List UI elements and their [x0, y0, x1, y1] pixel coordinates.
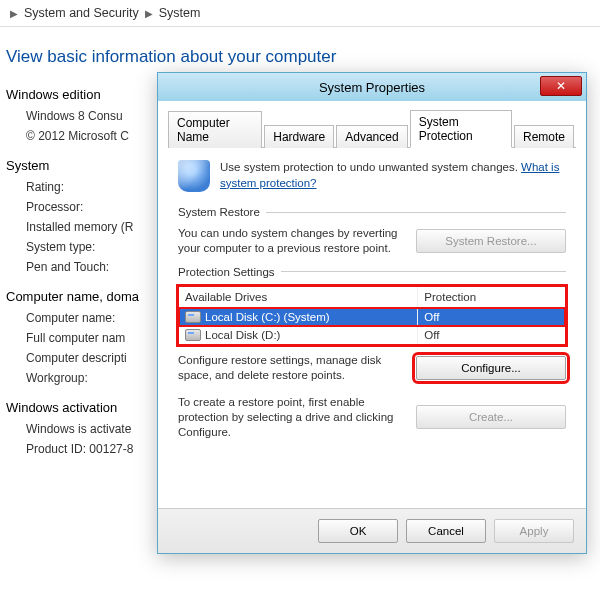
page-title: View basic information about your comput… — [6, 47, 594, 67]
tab-bar: Computer Name Hardware Advanced System P… — [168, 109, 576, 148]
tab-computer-name[interactable]: Computer Name — [168, 111, 262, 148]
drives-list[interactable]: Available Drives Protection Local Disk (… — [178, 286, 566, 345]
tab-hardware[interactable]: Hardware — [264, 125, 334, 148]
shield-icon — [178, 160, 210, 192]
dialog-titlebar[interactable]: System Properties ✕ — [158, 73, 586, 101]
tab-advanced[interactable]: Advanced — [336, 125, 407, 148]
drive-protection-status: Off — [418, 326, 565, 344]
drive-icon — [185, 311, 201, 323]
system-protection-panel: Use system protection to undo unwanted s… — [168, 148, 576, 508]
group-title-restore: System Restore — [178, 206, 566, 218]
breadcrumb-item[interactable]: System — [159, 6, 201, 20]
drive-icon — [185, 329, 201, 341]
apply-button: Apply — [494, 519, 574, 543]
system-properties-dialog: System Properties ✕ Computer Name Hardwa… — [157, 72, 587, 554]
breadcrumb-item[interactable]: System and Security — [24, 6, 139, 20]
chevron-right-icon: ▶ — [10, 8, 18, 19]
drive-row-c[interactable]: Local Disk (C:) (System) Off — [179, 308, 565, 326]
configure-description: Configure restore settings, manage disk … — [178, 353, 406, 383]
configure-button[interactable]: Configure... — [416, 356, 566, 380]
create-description: To create a restore point, first enable … — [178, 395, 406, 440]
dialog-button-bar: OK Cancel Apply — [158, 508, 586, 553]
drive-name: Local Disk (C:) (System) — [205, 311, 330, 323]
system-restore-button: System Restore... — [416, 229, 566, 253]
group-system-restore: System Restore You can undo system chang… — [178, 206, 566, 256]
drive-protection-status: Off — [418, 308, 565, 326]
column-protection[interactable]: Protection — [418, 287, 565, 308]
restore-description: You can undo system changes by reverting… — [178, 226, 406, 256]
group-protection-settings: Protection Settings Available Drives Pro… — [178, 266, 566, 440]
cancel-button[interactable]: Cancel — [406, 519, 486, 543]
close-button[interactable]: ✕ — [540, 76, 582, 96]
ok-button[interactable]: OK — [318, 519, 398, 543]
column-available-drives[interactable]: Available Drives — [179, 287, 418, 308]
tab-remote[interactable]: Remote — [514, 125, 574, 148]
intro-text: Use system protection to undo unwanted s… — [220, 160, 566, 192]
tab-system-protection[interactable]: System Protection — [410, 110, 512, 148]
close-icon: ✕ — [556, 79, 566, 93]
chevron-right-icon: ▶ — [145, 8, 153, 19]
breadcrumb: ▶ System and Security ▶ System — [0, 0, 600, 27]
create-restore-point-button: Create... — [416, 405, 566, 429]
dialog-title: System Properties — [319, 80, 425, 95]
drive-row-d[interactable]: Local Disk (D:) Off — [179, 326, 565, 344]
group-title-protection: Protection Settings — [178, 266, 566, 278]
drive-name: Local Disk (D:) — [205, 329, 280, 341]
